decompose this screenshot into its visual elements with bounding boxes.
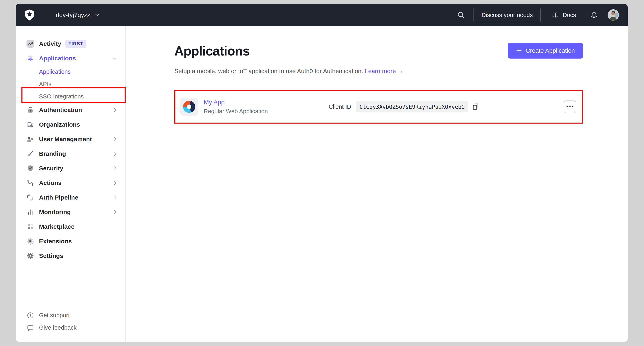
- speech-bubble-icon: [26, 324, 34, 332]
- client-id-label: Client ID:: [329, 103, 353, 110]
- sidebar-item-extensions[interactable]: Extensions: [16, 234, 126, 249]
- sidebar-item-marketplace[interactable]: Marketplace: [16, 219, 126, 234]
- topbar-actions: Discuss your needs Docs: [457, 8, 619, 22]
- user-avatar[interactable]: [608, 9, 619, 21]
- pipeline-icon: [26, 194, 34, 201]
- learn-more-link[interactable]: Learn more →: [365, 68, 404, 74]
- chevron-right-icon: [114, 210, 116, 214]
- sidebar-item-monitoring[interactable]: Monitoring: [16, 205, 126, 219]
- chevron-right-icon: [114, 196, 116, 200]
- sidebar-item-label: Activity: [39, 40, 61, 47]
- gear-icon: [26, 252, 34, 260]
- plus-icon: [516, 48, 522, 54]
- tenant-name: dev-tyj7qyzz: [56, 12, 90, 19]
- sidebar-item-label: Authentication: [39, 107, 82, 113]
- sidebar-item-applications[interactable]: Applications: [16, 51, 126, 66]
- sidebar-item-label: Monitoring: [39, 209, 71, 216]
- sidebar-footer: ? Get support Give feedback: [16, 309, 126, 334]
- lock-icon: [26, 106, 34, 114]
- page-body: Activity FIRST Applications Applications: [16, 26, 628, 342]
- arrow-right-icon: →: [398, 68, 404, 74]
- get-support-link[interactable]: ? Get support: [16, 309, 126, 321]
- auth0-logo-icon: [24, 9, 35, 21]
- top-navigation-bar: dev-tyj7qyzz Discuss your needs Docs: [16, 4, 628, 26]
- sidebar-subitem-apis[interactable]: APIs: [16, 78, 126, 90]
- create-application-button[interactable]: Create Application: [508, 43, 583, 59]
- sidebar-item-authentication[interactable]: Authentication: [16, 103, 126, 117]
- subtitle-text: Setup a mobile, web or IoT application t…: [174, 68, 363, 74]
- layers-icon: [26, 55, 34, 62]
- tenant-switcher[interactable]: dev-tyj7qyzz: [56, 12, 99, 19]
- sidebar-item-label: Auth Pipeline: [39, 194, 78, 201]
- svg-text:?: ?: [29, 314, 31, 317]
- sidebar-item-auth-pipeline[interactable]: Auth Pipeline: [16, 190, 126, 205]
- main-content: Applications Create Application Setup a …: [126, 26, 628, 342]
- application-row-my-app[interactable]: My App Regular Web Application Client ID…: [174, 90, 583, 124]
- chevron-right-icon: [114, 108, 116, 112]
- ellipsis-icon: [566, 106, 574, 107]
- discuss-your-needs-button[interactable]: Discuss your needs: [474, 8, 541, 22]
- sidebar-item-activity[interactable]: Activity FIRST: [16, 37, 126, 51]
- client-id-group: Client ID: CtCqy3AvbQZSo7sE9RiynaPuiXOxv…: [329, 101, 480, 112]
- search-icon: [457, 11, 465, 19]
- footer-item-label: Give feedback: [39, 324, 76, 331]
- topbar-divider: [44, 10, 44, 20]
- chevron-right-icon: [114, 152, 116, 156]
- bell-icon: [590, 11, 598, 19]
- sidebar-item-security[interactable]: Security: [16, 161, 126, 176]
- copy-client-id-button[interactable]: [472, 102, 480, 111]
- user-avatar-photo: [608, 9, 619, 21]
- auth0-dashboard-window: dev-tyj7qyzz Discuss your needs Docs: [16, 4, 628, 342]
- app-logo-donut-icon: [183, 101, 195, 113]
- building-icon: [26, 121, 34, 128]
- sidebar-subitem-applications[interactable]: Applications: [16, 66, 126, 78]
- sidebar-item-label: User Management: [39, 136, 92, 143]
- chevron-right-icon: [114, 137, 116, 141]
- docs-link[interactable]: Docs: [552, 11, 576, 19]
- chevron-right-icon: [114, 181, 116, 185]
- paintbrush-icon: [26, 150, 34, 158]
- sidebar-item-label: Security: [39, 165, 63, 172]
- learn-more-label: Learn more: [365, 68, 396, 74]
- first-badge: FIRST: [65, 40, 86, 48]
- flow-icon: [26, 179, 34, 187]
- app-name-link[interactable]: My App: [204, 99, 268, 106]
- search-button[interactable]: [457, 11, 465, 19]
- sidebar-item-label: Branding: [39, 150, 66, 157]
- shield-check-icon: [26, 164, 34, 172]
- activity-icon: [26, 40, 34, 48]
- sidebar-item-label: Actions: [39, 180, 62, 186]
- create-application-label: Create Application: [526, 47, 575, 54]
- app-row-menu-button[interactable]: [564, 100, 576, 113]
- notifications-button[interactable]: [590, 11, 598, 19]
- help-circle-icon: ?: [26, 311, 34, 319]
- sidebar-navigation: Activity FIRST Applications Applications: [16, 26, 126, 342]
- sidebar-item-actions[interactable]: Actions: [16, 176, 126, 190]
- chevron-down-icon: [112, 57, 116, 60]
- docs-book-icon: [552, 11, 559, 19]
- bar-chart-icon: [26, 208, 34, 216]
- sidebar-item-organizations[interactable]: Organizations: [16, 117, 126, 132]
- footer-item-label: Get support: [39, 312, 70, 319]
- chip-icon: [26, 237, 34, 245]
- sidebar-item-label: Settings: [39, 252, 63, 259]
- give-feedback-link[interactable]: Give feedback: [16, 321, 126, 334]
- chevron-right-icon: [114, 166, 116, 170]
- sidebar-item-settings[interactable]: Settings: [16, 249, 126, 263]
- app-type-label: Regular Web Application: [204, 108, 268, 115]
- grid-plus-icon: [26, 223, 34, 231]
- sidebar-item-label: Organizations: [39, 121, 80, 128]
- client-id-value[interactable]: CtCqy3AvbQZSo7sE9RiynaPuiXOxvebG: [356, 101, 468, 112]
- app-logo: [180, 98, 198, 116]
- sidebar-item-user-management[interactable]: User Management: [16, 132, 126, 146]
- sidebar-item-branding[interactable]: Branding: [16, 146, 126, 161]
- sidebar-item-label: Marketplace: [39, 223, 75, 230]
- sidebar-subitem-sso-integrations[interactable]: SSO Integrations: [16, 90, 126, 103]
- copy-icon: [472, 102, 480, 111]
- user-gear-icon: [26, 135, 34, 143]
- page-subtitle: Setup a mobile, web or IoT application t…: [174, 67, 583, 75]
- sidebar-item-label: Extensions: [39, 238, 72, 245]
- chevron-down-icon: [96, 14, 99, 16]
- app-identity: My App Regular Web Application: [204, 99, 268, 115]
- sidebar-item-label: Applications: [39, 55, 76, 62]
